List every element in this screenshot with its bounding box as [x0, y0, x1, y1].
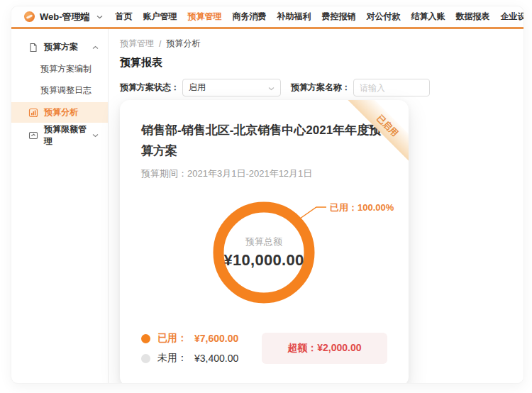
chart-icon: [28, 108, 38, 118]
donut-chart-area: 预算总额 ¥10,000.00 已用：100.00%: [141, 187, 387, 321]
nav-item-accounts[interactable]: 账户管理: [143, 11, 177, 23]
total-budget-label: 预算总额: [223, 236, 304, 248]
nav-item-business-expense[interactable]: 商务消费: [233, 11, 267, 23]
over-budget-value: ¥2,000.00: [317, 342, 361, 353]
breadcrumb-budget-management[interactable]: 预算管理: [120, 38, 154, 50]
nav-menu: 首页 账户管理 预算管理 商务消费 补助福利 费控报销 对公付款 结算入账 数据…: [116, 11, 524, 23]
sidebar-group-label: 预算限额管理: [44, 123, 87, 148]
legend-item-unused: 未用：¥3,400.00: [141, 352, 259, 365]
sidebar-item-label: 预算分析: [44, 102, 78, 123]
plan-title: 销售部-销售北区-北京销售中心2021年年度预算方案: [141, 120, 391, 161]
period-label: 预算期间：: [141, 168, 187, 179]
top-navbar: Web-管理端 首页 账户管理 预算管理 商务消费 补助福利 费控报销 对公付款…: [11, 6, 523, 29]
period-value: 2021年3月1日-2021年12月1日: [187, 168, 312, 179]
page-title: 预算报表: [120, 56, 523, 70]
used-value: ¥7,600.00: [194, 333, 238, 344]
sidebar-item-budget-adjust-log[interactable]: 预算调整日志: [11, 79, 108, 101]
unused-value: ¥3,400.00: [194, 353, 238, 364]
sidebar: 预算方案 预算方案编制 预算调整日志 预算分析 预算限额管理: [11, 29, 109, 383]
brand-menu[interactable]: Web-管理端: [24, 11, 103, 23]
nav-item-expense-control[interactable]: 费控报销: [322, 11, 356, 23]
callout-label: 已用：: [330, 202, 358, 213]
budget-report-card: 已启用 销售部-销售北区-北京销售中心2021年年度预算方案 预算期间：2021…: [120, 100, 409, 384]
used-percent-callout: 已用：100.00%: [330, 201, 394, 214]
over-budget-badge: 超额：¥2,000.00: [262, 333, 387, 364]
legend-row: 已用：¥7,600.00 未用：¥3,400.00 超额：¥2,000.00: [141, 332, 387, 365]
sidebar-group-budget-limit[interactable]: 预算限额管理: [11, 124, 108, 146]
nav-item-home[interactable]: 首页: [116, 11, 133, 23]
plan-name-input[interactable]: [353, 79, 430, 96]
nav-item-budget[interactable]: 预算管理: [188, 11, 222, 23]
filter-bar: 预算方案状态： 启用 预算方案名称：: [120, 79, 523, 96]
used-dot-icon: [141, 334, 150, 343]
sidebar-item-budget-plan-editing[interactable]: 预算方案编制: [11, 58, 108, 79]
status-filter-label: 预算方案状态：: [120, 82, 179, 94]
used-label: 已用：: [157, 332, 187, 345]
unused-dot-icon: [141, 354, 150, 363]
nav-item-corporate-payment[interactable]: 对公付款: [367, 11, 401, 23]
brand-name: Web-管理端: [40, 11, 90, 23]
breadcrumb: 预算管理 / 预算分析: [120, 38, 523, 50]
unused-label: 未用：: [157, 352, 187, 365]
legend-item-used: 已用：¥7,600.00: [141, 332, 259, 345]
breadcrumb-budget-analysis: 预算分析: [166, 38, 200, 50]
nav-item-settlement[interactable]: 结算入账: [411, 11, 445, 23]
sidebar-group-label: 预算方案: [44, 41, 78, 53]
nav-item-enterprise-settings[interactable]: 企业设置: [501, 11, 524, 23]
document-icon: [28, 43, 38, 52]
budget-limit-icon: [28, 131, 38, 140]
app-window: Web-管理端 首页 账户管理 预算管理 商务消费 补助福利 费控报销 对公付款…: [11, 6, 524, 384]
callout-value: 100.00%: [358, 202, 394, 213]
plan-period: 预算期间：2021年3月1日-2021年12月1日: [141, 167, 387, 180]
over-budget-label: 超额：: [287, 342, 317, 353]
sidebar-item-budget-analysis[interactable]: 预算分析: [11, 102, 108, 123]
status-select-value: 启用: [189, 82, 268, 94]
nav-item-benefits[interactable]: 补助福利: [277, 11, 311, 23]
status-select[interactable]: 启用: [182, 79, 281, 96]
name-filter-label: 预算方案名称：: [291, 82, 350, 94]
chevron-down-icon: [96, 15, 103, 19]
donut-center-text: 预算总额 ¥10,000.00: [223, 236, 304, 270]
chevron-down-icon: [92, 133, 99, 138]
main-content: 预算管理 / 预算分析 预算报表 预算方案状态： 启用 预算方案名称：: [109, 29, 523, 383]
total-budget-value: ¥10,000.00: [223, 251, 304, 270]
legend: 已用：¥7,600.00 未用：¥3,400.00: [141, 332, 259, 365]
chevron-down-icon: [268, 83, 275, 93]
chevron-up-icon: [92, 45, 99, 50]
nav-item-data-reports[interactable]: 数据报表: [456, 11, 490, 23]
logo-icon: [24, 11, 35, 22]
sidebar-group-budget-plan[interactable]: 预算方案: [11, 36, 108, 58]
breadcrumb-separator: /: [159, 39, 161, 49]
